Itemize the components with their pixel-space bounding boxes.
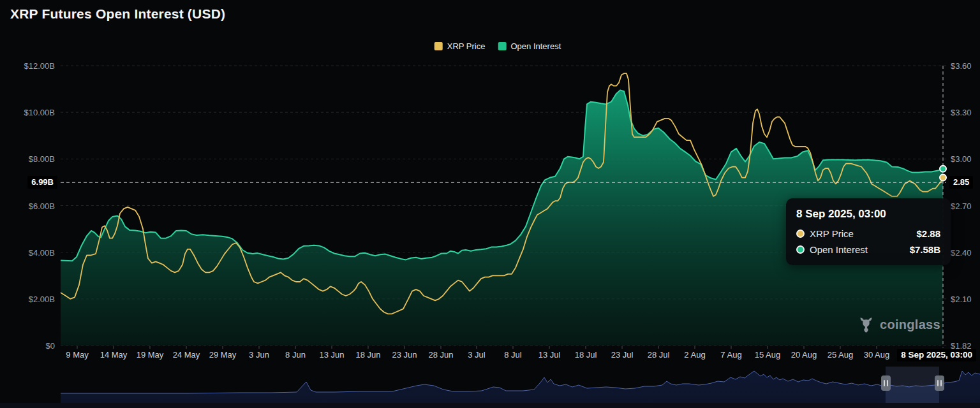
x-axis-label: 2 Aug [684,350,705,360]
coinglass-bull-icon [858,316,875,333]
chart-tooltip: 8 Sep 2025, 03:00 XRP Price $2.88 Open I… [786,198,951,265]
xrp-price-swatch-icon [434,42,443,50]
y-axis-left-label: $2.00B [0,294,55,303]
y-axis-left-label: $4.00B [0,247,55,257]
y-axis-left-label: $12.00B [0,61,55,71]
crosshair-date-badge: 8 Sep 2025, 03:00 [897,349,976,361]
x-axis-label: 23 Jun [392,350,417,360]
y-axis-left-label: $6.00B [0,201,55,210]
tooltip-label: XRP Price [810,228,854,239]
x-axis-label: 8 Jun [285,350,306,360]
y-axis-left-label: $8.00B [0,154,55,164]
y-axis-right-label: $3.00 [951,154,972,164]
legend: XRP Price Open Interest [434,41,561,51]
navigator-area[interactable] [61,371,980,403]
tooltip-value: $2.88 [916,228,940,239]
navigator-handle-left[interactable] [881,375,891,391]
y-axis-left-label: $10.00B [0,108,55,117]
open-interest-chart-app: XRP Futures Open Interest (USD) XRP Pric… [0,0,980,408]
legend-label: Open Interest [510,41,561,51]
x-axis-label: 30 Aug [864,350,890,360]
open-interest-swatch-icon [498,42,506,50]
x-axis-label: 24 May [173,350,200,360]
x-axis-label: 14 May [100,350,128,360]
x-axis-label: 15 Aug [755,350,781,360]
navigator-selection[interactable] [886,367,939,403]
y-axis-left-label: $0 [0,341,55,351]
legend-item-xrp-price[interactable]: XRP Price [434,41,486,51]
y-axis-right-label: $3.30 [951,108,972,117]
tooltip-value: $7.58B [910,244,940,255]
open-interest-dot-icon [796,245,805,254]
x-axis-label: 3 Jul [468,350,485,360]
x-axis-label: 13 Jun [319,350,344,360]
open-interest-marker [940,166,946,172]
x-axis-label: 13 Jul [538,350,561,360]
tooltip-date: 8 Sep 2025, 03:00 [796,208,940,221]
x-axis-label: 28 Jun [428,350,453,360]
legend-item-open-interest[interactable]: Open Interest [498,41,561,51]
legend-label: XRP Price [447,41,486,51]
crosshair-price-badge: 2.85 [949,176,973,189]
xrp-price-dot-icon [796,229,805,238]
coinglass-watermark: coinglass [858,316,940,333]
x-axis-label: 18 Jun [355,350,380,360]
tooltip-label: Open Interest [810,244,868,255]
x-axis-label: 20 Aug [791,350,817,360]
x-axis-label: 23 Jul [611,350,634,360]
tooltip-row-xrp-price: XRP Price $2.88 [796,228,940,239]
x-axis-label: 25 Aug [828,350,854,360]
x-axis-label: 7 Aug [720,350,741,360]
coinglass-watermark-text: coinglass [880,317,940,332]
tooltip-row-open-interest: Open Interest $7.58B [796,244,940,255]
navigator-handle-right[interactable] [935,375,944,391]
x-axis-label: 29 May [209,350,237,360]
page-title: XRP Futures Open Interest (USD) [10,6,225,22]
y-axis-right-label: $3.60 [951,61,972,71]
x-axis-label: 28 Jul [648,350,670,360]
xrp-price-marker [940,175,946,181]
y-axis-right-label: $2.70 [951,201,972,210]
y-axis-right-label: $2.40 [951,247,972,257]
y-axis-right-label: $2.10 [951,294,972,303]
navigator-baseline-strip [0,403,980,408]
x-axis-label: 18 Jul [575,350,597,360]
x-axis-label: 3 Jun [249,350,269,360]
crosshair-oi-badge: 6.99B [27,176,57,189]
x-axis-label: 8 Jul [504,350,521,360]
x-axis-label: 9 May [66,350,88,360]
x-axis-label: 19 May [137,350,164,360]
